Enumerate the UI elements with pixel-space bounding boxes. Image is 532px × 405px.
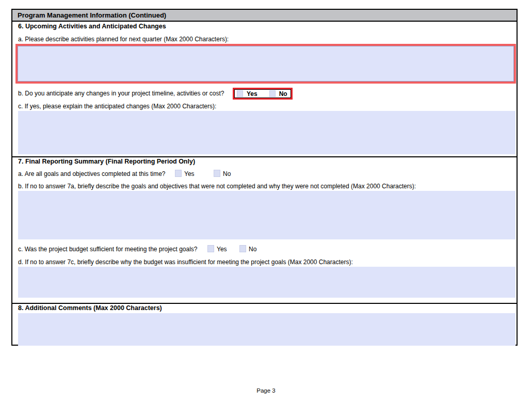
section6a-question-label: a. Please describe activities planned fo… [18, 36, 229, 43]
goals-completed-no-label: No [223, 170, 231, 177]
anticipate-changes-no-label: No [279, 90, 287, 98]
section8-heading: 8. Additional Comments (Max 2000 Charact… [18, 304, 162, 312]
focus-highlight-activities-field [15, 44, 516, 84]
budget-insufficient-reason-field[interactable] [18, 267, 515, 298]
page-title: Program Management Information (Continue… [18, 11, 166, 19]
goals-not-completed-field[interactable] [18, 191, 515, 239]
section6c-question-label: c. If yes, please explain the anticipate… [18, 103, 216, 110]
goals-completed-no-checkbox[interactable] [214, 170, 220, 177]
goals-completed-yes-label: Yes [184, 170, 195, 177]
section7c-question-label: c. Was the project budget sufficient for… [18, 246, 198, 253]
explain-anticipated-changes-field[interactable] [18, 111, 515, 154]
section6-heading: 6. Upcoming Activities and Anticipated C… [18, 23, 166, 30]
section6b-question-label: b. Do you anticipate any changes in your… [18, 90, 224, 97]
budget-sufficient-no-checkbox[interactable] [239, 245, 246, 252]
form-section-title-bar: Program Management Information (Continue… [12, 10, 517, 22]
anticipate-changes-answer-group: Yes No [234, 89, 291, 98]
program-management-form: Program Management Information (Continue… [11, 9, 518, 346]
page-number: Page 3 [0, 387, 532, 394]
section7-heading: 7. Final Reporting Summary (Final Report… [18, 158, 195, 165]
anticipate-changes-yes-label: Yes [247, 90, 257, 98]
anticipate-changes-yes-checkbox[interactable] [237, 90, 243, 97]
budget-sufficient-yes-checkbox[interactable] [207, 245, 214, 252]
goals-completed-yes-checkbox[interactable] [175, 170, 182, 177]
section7b-question-label: b. If no to answer 7a, briefly describe … [18, 183, 416, 190]
budget-sufficient-yes-label: Yes [217, 246, 227, 253]
section7a-question-label: a. Are all goals and objectives complete… [18, 170, 166, 177]
section-divider [12, 303, 517, 304]
additional-comments-field[interactable] [18, 313, 515, 346]
section7d-question-label: d. If no to answer 7c, briefly describe … [18, 258, 353, 266]
pdf-form-page: Program Management Information (Continue… [0, 0, 532, 405]
section-divider [12, 156, 517, 157]
focus-highlight-yes-no-group: Yes No [233, 88, 293, 100]
budget-sufficient-no-label: No [249, 246, 256, 253]
activities-next-quarter-field[interactable] [18, 46, 514, 82]
anticipate-changes-no-checkbox[interactable] [269, 90, 276, 97]
